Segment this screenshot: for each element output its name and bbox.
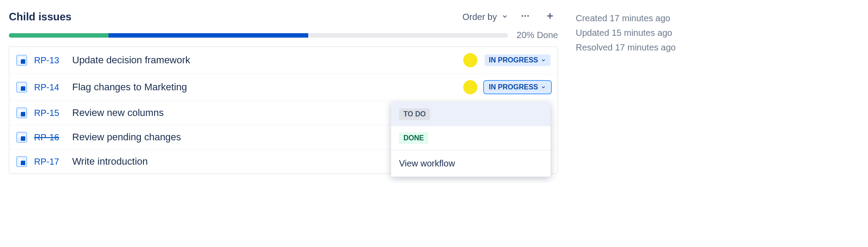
issue-summary: Flag changes to Marketing xyxy=(72,81,456,93)
status-label: IN PROGRESS xyxy=(489,83,538,91)
status-dropdown-button[interactable]: IN PROGRESS xyxy=(484,81,550,93)
child-issues-list: RP-13Update decision frameworkIN PROGRES… xyxy=(9,46,558,174)
progress-bar xyxy=(9,33,508,38)
issue-type-icon xyxy=(16,132,27,143)
progress-done-segment xyxy=(9,33,108,38)
svg-point-1 xyxy=(524,15,526,17)
issue-summary: Update decision framework xyxy=(72,54,456,66)
svg-point-2 xyxy=(527,15,529,17)
metadata-panel: Created 17 minutes ago Updated 15 minute… xyxy=(576,9,676,174)
assignee-avatar[interactable] xyxy=(463,53,477,67)
issue-row[interactable]: RP-13Update decision frameworkIN PROGRES… xyxy=(9,47,558,74)
issue-type-icon xyxy=(16,156,27,167)
status-option[interactable]: DONE xyxy=(391,126,550,150)
order-by-dropdown[interactable]: Order by xyxy=(462,12,508,22)
updated-timestamp: Updated 15 minutes ago xyxy=(576,28,676,38)
assignee-avatar[interactable] xyxy=(463,80,477,94)
issue-key-link[interactable]: RP-15 xyxy=(34,108,65,118)
status-label: IN PROGRESS xyxy=(489,56,538,64)
issue-key-link[interactable]: RP-16 xyxy=(34,132,65,143)
issue-type-icon xyxy=(16,55,27,66)
issue-key-link[interactable]: RP-17 xyxy=(34,157,65,167)
progress-inprogress-segment xyxy=(108,33,308,38)
issue-key-link[interactable]: RP-14 xyxy=(34,82,65,93)
progress-label: 20% Done xyxy=(517,30,558,40)
issue-type-icon xyxy=(16,108,27,118)
ellipsis-icon xyxy=(520,11,530,23)
chevron-down-icon xyxy=(501,12,508,22)
more-actions-button[interactable] xyxy=(517,9,533,25)
resolved-timestamp: Resolved 17 minutes ago xyxy=(576,42,676,53)
status-option[interactable]: TO DO xyxy=(391,102,550,126)
status-option-label: TO DO xyxy=(399,108,430,120)
plus-icon xyxy=(545,11,555,23)
order-by-label: Order by xyxy=(462,12,497,22)
chevron-down-icon xyxy=(541,85,546,90)
status-dropdown-menu: TO DODONEView workflow xyxy=(391,102,550,177)
issue-row[interactable]: RP-14Flag changes to MarketingIN PROGRES… xyxy=(9,74,558,101)
add-child-issue-button[interactable] xyxy=(542,9,558,25)
status-option-label: DONE xyxy=(399,132,428,144)
issue-type-icon xyxy=(16,82,27,93)
chevron-down-icon xyxy=(541,58,546,63)
created-timestamp: Created 17 minutes ago xyxy=(576,13,676,23)
issue-key-link[interactable]: RP-13 xyxy=(34,55,65,66)
view-workflow-link[interactable]: View workflow xyxy=(391,151,550,177)
svg-point-0 xyxy=(522,15,523,17)
status-dropdown-button[interactable]: IN PROGRESS xyxy=(484,54,550,66)
section-title: Child issues xyxy=(9,11,71,23)
